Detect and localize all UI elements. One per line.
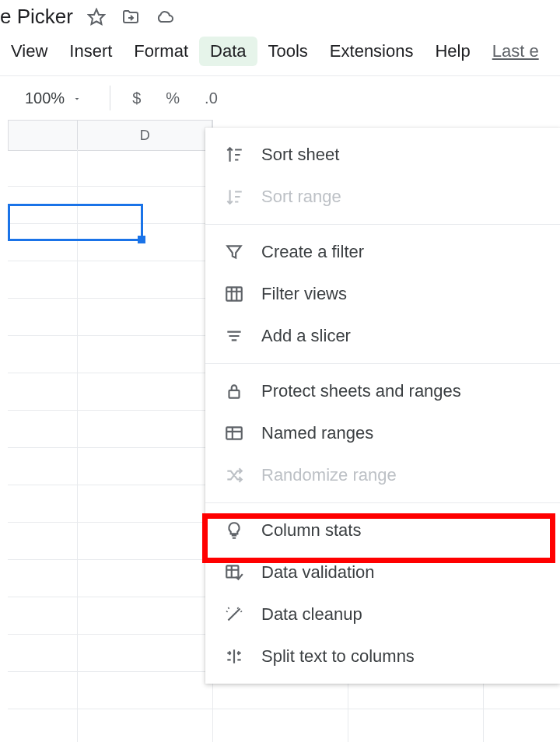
title-bar: e Picker <box>0 0 560 32</box>
menu-separator <box>205 224 560 225</box>
format-percent-button[interactable]: % <box>155 89 191 107</box>
menu-separator <box>205 363 560 364</box>
menu-item-label: Protect sheets and ranges <box>261 381 461 401</box>
split-icon <box>224 646 244 667</box>
grid-row[interactable] <box>8 709 560 742</box>
toolbar-separator <box>110 86 110 110</box>
selected-cell[interactable] <box>8 204 143 241</box>
menu-sort-sheet[interactable]: Sort sheet <box>205 134 560 176</box>
menu-view[interactable]: View <box>0 37 58 66</box>
data-validation-icon <box>224 562 244 583</box>
data-menu-dropdown: Sort sheet Sort range Create a filter Fi… <box>205 128 560 684</box>
menu-format[interactable]: Format <box>123 37 199 66</box>
menu-protect-sheets[interactable]: Protect sheets and ranges <box>205 370 560 412</box>
menu-split-text[interactable]: Split text to columns <box>205 635 560 677</box>
menu-item-label: Split text to columns <box>261 646 415 667</box>
menu-separator <box>205 502 560 503</box>
menu-item-label: Create a filter <box>261 242 364 262</box>
menu-tools[interactable]: Tools <box>257 37 319 66</box>
zoom-selector[interactable]: 100% <box>0 89 99 107</box>
menu-item-label: Named ranges <box>261 423 373 443</box>
menu-last-edit[interactable]: Last e <box>481 37 550 66</box>
menu-item-label: Data cleanup <box>261 604 362 625</box>
menu-help[interactable]: Help <box>424 37 481 66</box>
menu-sort-range: Sort range <box>205 176 560 218</box>
menu-item-label: Data validation <box>261 562 375 583</box>
table-icon <box>224 423 244 443</box>
menu-data[interactable]: Data <box>199 37 257 66</box>
sort-range-icon <box>224 187 244 207</box>
cloud-status-icon[interactable] <box>156 8 174 26</box>
move-folder-icon[interactable] <box>121 8 140 26</box>
menu-item-label: Filter views <box>261 284 347 304</box>
menu-item-label: Column stats <box>261 520 361 541</box>
menu-filter-views[interactable]: Filter views <box>205 273 560 315</box>
menu-item-label: Add a slicer <box>261 326 351 346</box>
menu-insert[interactable]: Insert <box>58 37 123 66</box>
menu-data-cleanup[interactable]: Data cleanup <box>205 593 560 635</box>
menu-extensions[interactable]: Extensions <box>319 37 425 66</box>
svg-marker-0 <box>89 9 104 24</box>
caret-down-icon <box>72 89 82 107</box>
svg-rect-1 <box>226 287 242 300</box>
star-icon[interactable] <box>87 8 106 26</box>
lightbulb-icon <box>224 520 244 541</box>
svg-rect-2 <box>229 390 240 398</box>
column-header-blank[interactable] <box>9 121 78 150</box>
menu-item-label: Sort sheet <box>261 145 339 165</box>
format-decimal-button[interactable]: .0 <box>194 89 229 107</box>
menu-data-validation[interactable]: Data validation <box>205 551 560 593</box>
column-headers: D <box>8 120 213 151</box>
title-icons <box>87 8 174 26</box>
document-title[interactable]: e Picker <box>0 5 73 29</box>
menu-bar: View Insert Format Data Tools Extensions… <box>0 32 560 76</box>
menu-add-slicer[interactable]: Add a slicer <box>205 315 560 357</box>
magic-wand-icon <box>224 604 244 625</box>
sort-sheet-icon <box>224 145 244 165</box>
menu-randomize-range: Randomize range <box>205 454 560 496</box>
slicer-icon <box>224 326 244 346</box>
zoom-value: 100% <box>25 89 65 107</box>
menu-column-stats[interactable]: Column stats <box>205 509 560 551</box>
filter-icon <box>224 242 244 262</box>
column-header-d[interactable]: D <box>78 121 212 150</box>
shuffle-icon <box>224 465 244 485</box>
svg-rect-3 <box>226 427 242 439</box>
menu-item-label: Sort range <box>261 187 341 207</box>
menu-create-filter[interactable]: Create a filter <box>205 231 560 273</box>
menu-named-ranges[interactable]: Named ranges <box>205 412 560 454</box>
lock-icon <box>224 381 244 401</box>
toolbar: 100% $ % .0 <box>0 76 560 120</box>
menu-item-label: Randomize range <box>261 465 397 485</box>
format-currency-button[interactable]: $ <box>121 89 152 107</box>
filter-views-icon <box>224 284 244 304</box>
selection-handle[interactable] <box>138 236 145 243</box>
